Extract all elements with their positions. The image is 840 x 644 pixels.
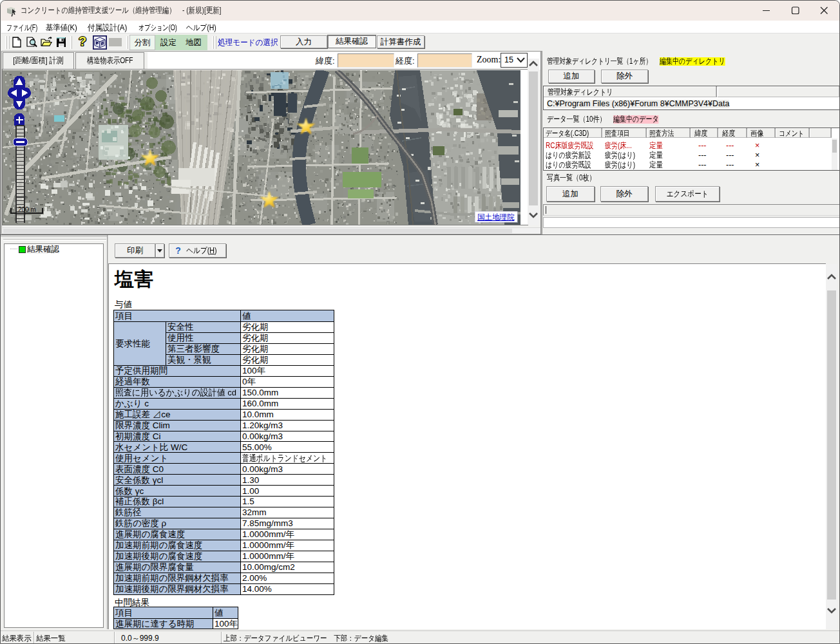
svg-text:200 m: 200 m	[18, 206, 36, 213]
svg-text:国土地理院: 国土地理院	[477, 213, 515, 221]
